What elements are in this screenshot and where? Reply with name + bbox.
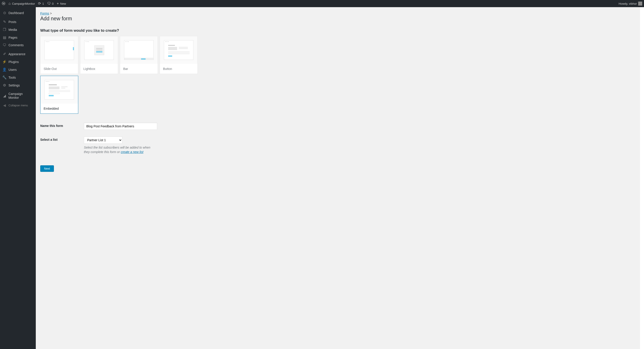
sidebar-item-appearance[interactable]: ✐Appearance: [0, 50, 36, 58]
form-name-input[interactable]: [84, 123, 157, 130]
breadcrumb: Forms >: [40, 12, 636, 15]
updates-count: 1: [42, 2, 44, 5]
site-name-link[interactable]: ⌂CampaignMonitor: [8, 2, 35, 5]
sidebar-label: Tools: [8, 76, 16, 79]
sidebar-item-campaign-monitor[interactable]: ◢Campaign Monitor: [0, 90, 36, 101]
sidebar-item-dashboard[interactable]: ⊙Dashboard: [0, 9, 36, 17]
collapse-label: Collapse menu: [8, 104, 28, 107]
card-button[interactable]: Button: [160, 36, 198, 74]
main-content: Forms > Add new form What type of form w…: [36, 7, 644, 349]
sidebar-item-comments[interactable]: 🗨Comments: [0, 41, 36, 49]
updates-link[interactable]: ⟳1: [38, 2, 44, 5]
card-preview: [160, 36, 198, 64]
page-title: Add new form: [40, 16, 636, 22]
collapse-icon: ◀: [2, 103, 7, 107]
sidebar-label: Appearance: [8, 52, 26, 56]
list-help-text: Select the list subscribers will be adde…: [84, 145, 156, 154]
plus-icon: +: [57, 2, 59, 5]
card-label: Lightbox: [80, 64, 118, 74]
list-select[interactable]: Partner List 1: [84, 136, 122, 144]
list-field-label: Select a list: [40, 136, 84, 141]
breadcrumb-separator: >: [50, 12, 52, 15]
sidebar-item-pages[interactable]: ▤Pages: [0, 33, 36, 41]
greeting-label: Howdy, vibhor: [619, 2, 637, 5]
form-type-cards: Slide-Out Lightbox Bar Button: [40, 36, 199, 114]
pin-icon: ✎: [2, 20, 7, 24]
sidebar-label: Settings: [8, 83, 20, 87]
sidebar-label: Comments: [8, 43, 24, 47]
sidebar-label: Users: [8, 68, 17, 71]
sidebar-label: Campaign Monitor: [8, 92, 34, 100]
brush-icon: ✐: [2, 52, 7, 56]
user-icon: 👤: [2, 67, 7, 72]
comments-count: 0: [52, 2, 54, 5]
sidebar-label: Plugins: [8, 60, 19, 64]
media-icon: ❐: [2, 27, 7, 32]
home-icon: ⌂: [8, 2, 11, 5]
new-content-link[interactable]: +New: [57, 2, 66, 5]
collapse-menu[interactable]: ◀Collapse menu: [0, 101, 36, 109]
name-field-label: Name this form: [40, 123, 84, 128]
card-preview: [40, 76, 78, 104]
plug-icon: ⚡: [2, 60, 7, 64]
sidebar-item-posts[interactable]: ✎Posts: [0, 18, 36, 26]
sidebar-item-media[interactable]: ❐Media: [0, 26, 36, 33]
sidebar-label: Pages: [8, 36, 18, 39]
sidebar-label: Media: [8, 28, 17, 31]
card-bar[interactable]: Bar: [120, 36, 158, 74]
card-label: Bar: [120, 64, 158, 74]
sidebar-label: Posts: [8, 20, 16, 24]
wp-logo[interactable]: ⓦ: [2, 2, 5, 5]
section-title: What type of form would you like to crea…: [40, 28, 636, 33]
sidebar-label: Dashboard: [8, 11, 24, 15]
new-label: New: [60, 2, 66, 5]
card-lightbox[interactable]: Lightbox: [80, 36, 118, 74]
comment-icon: 🗨: [2, 43, 7, 47]
card-slide-out[interactable]: Slide-Out: [40, 36, 78, 74]
site-name-label: CampaignMonitor: [12, 2, 35, 5]
sidebar-item-settings[interactable]: ⚙Settings: [0, 81, 36, 89]
card-label: Button: [160, 64, 198, 74]
chart-icon: ◢: [2, 94, 7, 98]
card-preview: [40, 36, 78, 64]
card-label: Embedded: [40, 104, 78, 113]
card-embedded[interactable]: Embedded: [40, 76, 78, 114]
comments-link[interactable]: 🗨0: [47, 2, 54, 5]
wordpress-icon: ⓦ: [2, 2, 5, 5]
user-greeting[interactable]: Howdy, vibhor: [619, 1, 642, 5]
next-button[interactable]: Next: [40, 165, 54, 172]
admin-bar: ⓦ ⌂CampaignMonitor ⟳1 🗨0 +New Howdy, vib…: [0, 0, 644, 7]
breadcrumb-forms-link[interactable]: Forms: [40, 12, 49, 15]
sidebar-item-users[interactable]: 👤Users: [0, 66, 36, 73]
card-preview: [80, 36, 118, 64]
comment-icon: 🗨: [47, 2, 51, 5]
sidebar-item-tools[interactable]: 🔧Tools: [0, 73, 36, 81]
avatar-icon: [638, 1, 642, 5]
card-preview: [120, 36, 158, 64]
admin-sidebar: ⊙Dashboard ✎Posts ❐Media ▤Pages 🗨Comment…: [0, 7, 36, 349]
card-label: Slide-Out: [40, 64, 78, 74]
sidebar-item-plugins[interactable]: ⚡Plugins: [0, 58, 36, 66]
page-icon: ▤: [2, 35, 7, 39]
dashboard-icon: ⊙: [2, 11, 7, 15]
sliders-icon: ⚙: [2, 83, 7, 87]
create-list-link[interactable]: create a new list: [121, 150, 143, 154]
wrench-icon: 🔧: [2, 75, 7, 79]
refresh-icon: ⟳: [38, 2, 41, 5]
